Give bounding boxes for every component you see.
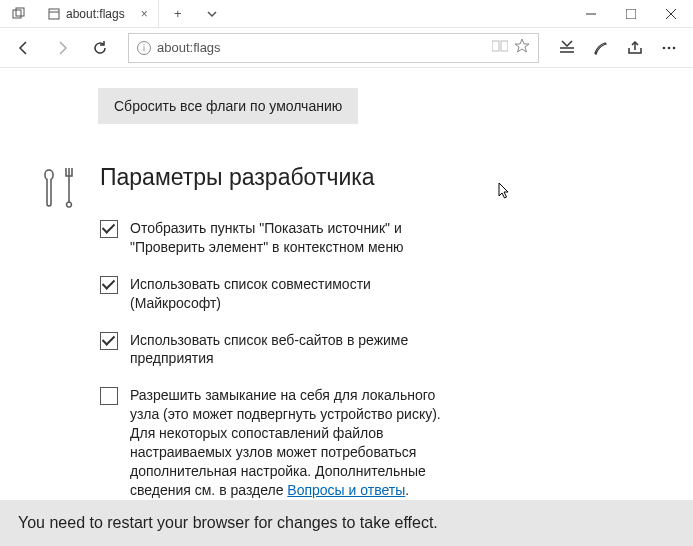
svg-rect-8 [492,41,499,51]
address-bar[interactable]: i about:flags [128,33,539,63]
svg-rect-1 [16,8,24,16]
flag-item: Отобразить пункты "Показать источник" и … [100,219,460,257]
svg-rect-9 [501,41,508,51]
checkbox[interactable] [100,220,118,238]
checkbox-list: Отобразить пункты "Показать источник" и … [100,219,460,546]
section-body: Параметры разработчика Отобразить пункты… [100,164,460,546]
svg-point-14 [663,46,666,49]
svg-marker-10 [515,39,529,52]
flag-item: Использовать список веб-сайтов в режиме … [100,331,460,369]
developer-section: Параметры разработчика Отобразить пункты… [40,164,653,546]
toolbar-right [551,32,685,64]
maximize-button[interactable] [611,2,651,26]
flag-label: Использовать список совместимости (Майкр… [130,275,460,313]
minimize-button[interactable] [571,2,611,26]
notes-icon[interactable] [585,32,617,64]
flag-label: Разрешить замыкание на себя для локально… [130,386,460,499]
share-icon[interactable] [619,32,651,64]
close-window-button[interactable] [651,2,691,26]
new-tab-button[interactable]: + [163,0,193,28]
tab-switcher-icon[interactable] [4,0,34,28]
section-title: Параметры разработчика [100,164,460,191]
window-controls [571,2,693,26]
svg-rect-2 [49,9,59,19]
forward-button[interactable] [46,32,78,64]
page-content: Сбросить все флаги по умолчанию Параметр… [0,68,693,546]
reset-flags-button[interactable]: Сбросить все флаги по умолчанию [98,88,358,124]
checkbox[interactable] [100,387,118,405]
svg-point-15 [668,46,671,49]
flag-label: Отобразить пункты "Показать источник" и … [130,219,460,257]
restart-notice: You need to restart your browser for cha… [0,500,693,546]
url-text: about:flags [157,40,486,55]
reading-view-icon[interactable] [492,39,508,56]
navigation-bar: i about:flags [0,28,693,68]
hub-icon[interactable] [551,32,583,64]
tab-title: about:flags [66,7,125,21]
refresh-button[interactable] [84,32,116,64]
browser-tab[interactable]: about:flags × [38,0,159,28]
svg-rect-0 [13,10,21,18]
checkbox[interactable] [100,332,118,350]
tab-chevron-icon[interactable] [197,0,227,28]
titlebar: about:flags × + [0,0,693,28]
restart-message: You need to restart your browser for cha… [18,514,438,531]
close-tab-icon[interactable]: × [141,7,148,21]
flag-item: Использовать список совместимости (Майкр… [100,275,460,313]
developer-tools-icon [40,164,80,546]
svg-rect-5 [626,9,636,19]
flag-label: Использовать список веб-сайтов в режиме … [130,331,460,369]
checkbox[interactable] [100,276,118,294]
back-button[interactable] [8,32,40,64]
info-icon[interactable]: i [137,41,151,55]
more-icon[interactable] [653,32,685,64]
page-icon [48,8,60,20]
faq-link[interactable]: Вопросы и ответы [287,482,405,498]
flag-item: Разрешить замыкание на себя для локально… [100,386,460,499]
favorites-icon[interactable] [514,38,530,57]
titlebar-left: about:flags × + [4,0,227,28]
svg-point-16 [673,46,676,49]
